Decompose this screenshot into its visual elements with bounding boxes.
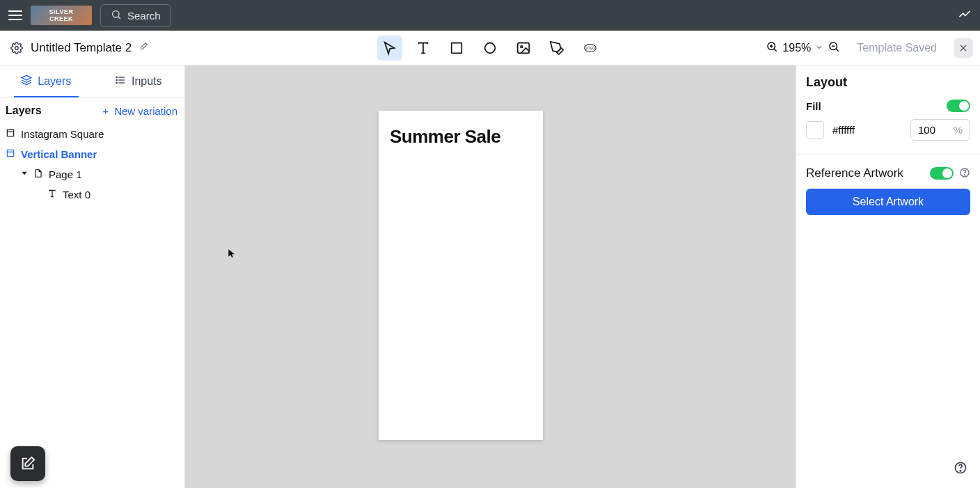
circle-tool[interactable]: [477, 36, 503, 61]
search-icon: [111, 9, 122, 22]
fill-hex-input[interactable]: [832, 124, 880, 136]
layout-heading: Layout: [806, 75, 970, 90]
svg-line-10: [775, 49, 777, 51]
tab-inputs-label: Inputs: [132, 75, 162, 88]
svg-point-6: [521, 45, 523, 47]
artboard-icon: [6, 148, 15, 160]
caret-down-icon[interactable]: [19, 168, 28, 180]
rectangle-tool[interactable]: [444, 36, 469, 61]
pen-tool[interactable]: [544, 36, 569, 61]
tab-layers-label: Layers: [38, 75, 71, 88]
artboard-vertical-banner[interactable]: Summer Sale: [379, 111, 543, 440]
zoom-in-button[interactable]: [766, 40, 778, 56]
select-artwork-button[interactable]: Select Artwork: [806, 189, 970, 215]
save-status: Template Saved: [857, 42, 937, 54]
edit-title-button[interactable]: [139, 42, 148, 54]
svg-rect-25: [7, 129, 13, 136]
image-tool[interactable]: [511, 36, 536, 61]
menu-button[interactable]: [8, 8, 22, 22]
svg-point-33: [960, 471, 961, 471]
svg-point-31: [964, 174, 965, 175]
svg-rect-27: [7, 150, 13, 156]
tab-layers[interactable]: Layers: [0, 65, 93, 97]
percent-label: %: [954, 124, 963, 136]
fill-swatch[interactable]: [806, 121, 824, 139]
template-title: Untitled Template 2: [31, 41, 132, 55]
svg-point-2: [15, 46, 19, 49]
toolbar: LOGO: [377, 36, 603, 61]
close-button[interactable]: [954, 38, 973, 58]
svg-rect-5: [518, 42, 530, 53]
fill-opacity-input[interactable]: [918, 124, 946, 136]
brand-logo[interactable]: [31, 6, 92, 25]
select-tool[interactable]: [377, 36, 402, 61]
cursor-icon: [227, 247, 237, 262]
canvas-text0[interactable]: Summer Sale: [390, 126, 500, 148]
svg-marker-18: [22, 75, 31, 80]
reference-artwork-label: Reference Artwork: [806, 166, 903, 180]
reference-toggle[interactable]: [930, 167, 954, 180]
inputs-icon: [115, 74, 126, 88]
layers-heading: Layers: [6, 104, 42, 117]
svg-point-4: [485, 42, 496, 53]
layer-page1[interactable]: Page 1: [4, 164, 180, 184]
svg-rect-3: [452, 42, 462, 53]
layer-vertical-banner[interactable]: Vertical Banner: [4, 144, 180, 164]
compose-fab[interactable]: [10, 446, 45, 481]
zoom-dropdown[interactable]: [815, 42, 823, 54]
artboard-icon: [6, 128, 15, 140]
layer-text0[interactable]: Text 0: [4, 184, 180, 205]
svg-line-1: [118, 17, 120, 19]
svg-line-14: [837, 49, 839, 51]
zoom-value[interactable]: 195%: [782, 42, 811, 54]
layer-label: Page 1: [49, 168, 82, 180]
page-icon: [33, 168, 43, 180]
text-icon: [47, 189, 57, 200]
search-button[interactable]: Search: [100, 4, 171, 27]
svg-point-22: [116, 77, 117, 77]
search-label: Search: [127, 10, 161, 22]
plus-icon: +: [102, 105, 109, 117]
layer-label: Vertical Banner: [21, 148, 97, 160]
new-variation-button[interactable]: + New variation: [102, 105, 177, 117]
logo-tool[interactable]: LOGO: [578, 36, 603, 61]
svg-point-0: [113, 10, 119, 17]
fill-label: Fill: [806, 100, 821, 112]
layers-icon: [21, 74, 32, 88]
help-icon[interactable]: [959, 167, 970, 180]
new-variation-label: New variation: [114, 105, 177, 117]
svg-marker-29: [22, 172, 27, 175]
zoom-out-button[interactable]: [828, 40, 840, 56]
tab-inputs[interactable]: Inputs: [93, 65, 185, 97]
layer-label: Instagram Square: [21, 128, 104, 140]
fill-toggle[interactable]: [947, 100, 970, 112]
svg-text:LOGO: LOGO: [585, 46, 595, 49]
canvas[interactable]: Summer Sale: [185, 65, 796, 488]
layer-label: Text 0: [63, 189, 90, 200]
svg-point-23: [116, 79, 117, 80]
settings-button[interactable]: [7, 38, 26, 58]
svg-point-24: [116, 82, 117, 83]
help-button[interactable]: [954, 461, 967, 477]
text-tool[interactable]: [411, 36, 436, 61]
layer-instagram-square[interactable]: Instagram Square: [4, 124, 180, 144]
analytics-icon[interactable]: [958, 7, 972, 24]
